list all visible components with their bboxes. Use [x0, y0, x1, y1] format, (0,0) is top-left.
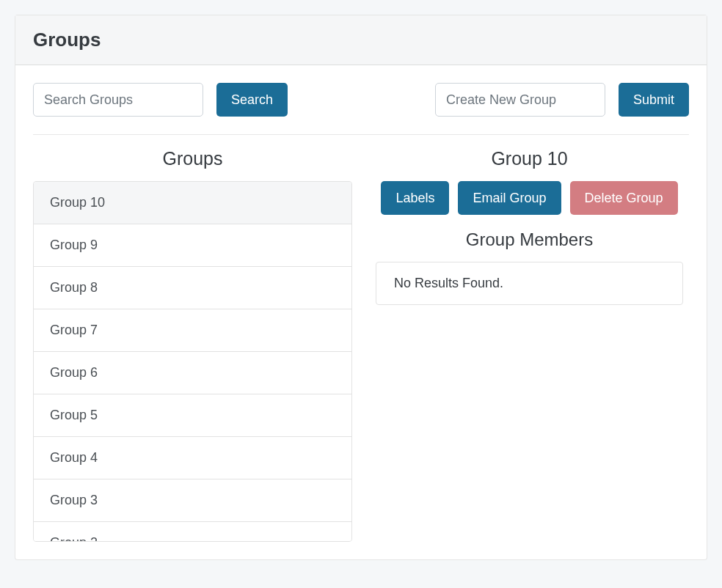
card-body: Search Submit Groups Group 10Group 9Grou…: [15, 65, 707, 559]
list-item[interactable]: Group 2: [34, 522, 351, 542]
selected-group-title: Group 10: [370, 148, 689, 169]
email-group-button[interactable]: Email Group: [458, 181, 561, 215]
page-title: Groups: [33, 29, 689, 51]
groups-card: Groups Search Submit Groups Group 10Grou…: [15, 15, 707, 560]
search-input[interactable]: [33, 83, 203, 117]
list-item[interactable]: Group 10: [34, 182, 351, 224]
groups-list[interactable]: Group 10Group 9Group 8Group 7Group 6Grou…: [33, 181, 352, 542]
columns: Groups Group 10Group 9Group 8Group 7Grou…: [33, 148, 689, 542]
create-group: Submit: [435, 83, 689, 117]
detail-column: Group 10 Labels Email Group Delete Group…: [370, 148, 689, 542]
groups-list-title: Groups: [33, 148, 352, 169]
list-item[interactable]: Group 7: [34, 309, 351, 352]
submit-button[interactable]: Submit: [619, 83, 689, 117]
controls-row: Search Submit: [33, 83, 689, 135]
list-item[interactable]: Group 3: [34, 479, 351, 522]
delete-group-button[interactable]: Delete Group: [570, 181, 678, 215]
list-item[interactable]: Group 9: [34, 224, 351, 267]
labels-button[interactable]: Labels: [381, 181, 449, 215]
list-item[interactable]: Group 8: [34, 267, 351, 309]
search-group: Search: [33, 83, 288, 117]
no-results-text: No Results Found.: [394, 276, 503, 290]
list-item[interactable]: Group 6: [34, 352, 351, 394]
groups-column: Groups Group 10Group 9Group 8Group 7Grou…: [33, 148, 352, 542]
members-box: No Results Found.: [376, 262, 683, 305]
create-input[interactable]: [435, 83, 605, 117]
list-item[interactable]: Group 4: [34, 437, 351, 479]
action-buttons: Labels Email Group Delete Group: [370, 181, 689, 215]
list-item[interactable]: Group 5: [34, 394, 351, 437]
search-button[interactable]: Search: [216, 83, 288, 117]
card-header: Groups: [15, 15, 707, 65]
members-title: Group Members: [370, 229, 689, 250]
